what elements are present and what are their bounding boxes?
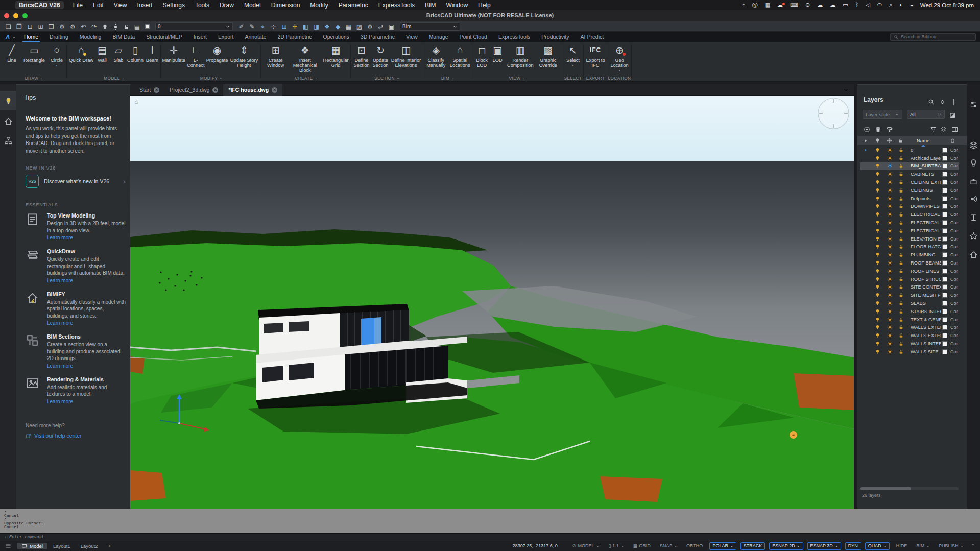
toolbar-icon[interactable]: ⚙ bbox=[67, 22, 78, 31]
layer-row[interactable]: ROOF BEAMS Continuous bbox=[857, 259, 967, 267]
layer-thaw-icon[interactable] bbox=[887, 301, 893, 306]
layer-linetype[interactable]: Continuous bbox=[950, 325, 958, 330]
ribbon-button[interactable]: ⊡ Define Section bbox=[352, 43, 371, 68]
layer-linetype[interactable]: Continuous bbox=[950, 244, 958, 249]
layer-thaw-icon[interactable] bbox=[887, 212, 893, 218]
menu-item[interactable]: View bbox=[109, 2, 132, 9]
toolbar-icon[interactable]: ↷ bbox=[89, 22, 100, 31]
layer-color-swatch[interactable] bbox=[942, 180, 947, 185]
layer-name[interactable]: WALLS SITE bbox=[911, 349, 941, 354]
layer-name[interactable]: WALLS INTER bbox=[911, 341, 941, 346]
layer-name[interactable]: ELECTRICAL C bbox=[911, 212, 941, 217]
layer-unlock-icon[interactable] bbox=[898, 236, 904, 242]
layer-unlock-icon[interactable] bbox=[898, 155, 904, 161]
layer-thaw-icon[interactable] bbox=[887, 228, 893, 233]
layer-color-swatch[interactable] bbox=[942, 228, 947, 233]
toolbar-icon[interactable] bbox=[100, 22, 110, 31]
menubar-status-icon[interactable]: ⌨ bbox=[786, 2, 802, 9]
layer-thaw-icon[interactable] bbox=[887, 333, 893, 339]
menu-item[interactable]: BIM bbox=[420, 2, 441, 9]
layer-unlock-icon[interactable] bbox=[898, 196, 904, 201]
menubar-status-icon[interactable]: ◁ bbox=[862, 2, 873, 9]
layer-settings-icon[interactable] bbox=[951, 125, 958, 134]
layer-unlock-icon[interactable] bbox=[898, 341, 904, 347]
layer-name[interactable]: ROOF LINES bbox=[911, 269, 941, 274]
layer-unlock-icon[interactable] bbox=[898, 252, 904, 258]
layer-name[interactable]: SLABS bbox=[911, 301, 941, 306]
ribbon-tab[interactable]: 2D Parametric bbox=[272, 32, 317, 42]
layer-color-swatch[interactable] bbox=[942, 269, 947, 274]
ribbon-button[interactable]: ▭ Rectangle bbox=[23, 43, 45, 63]
ribbon-button[interactable]: ∟ L-Connect bbox=[185, 43, 206, 68]
toolbar-icon[interactable]: ◨ bbox=[311, 22, 322, 31]
layer-color-swatch[interactable] bbox=[942, 277, 947, 282]
layout-tab[interactable]: Layout2 bbox=[77, 543, 102, 549]
ribbon-tab[interactable]: Manage bbox=[423, 32, 454, 42]
layer-color-swatch[interactable] bbox=[942, 252, 947, 257]
layer-row[interactable]: SITE CONTEXT Continuous bbox=[857, 283, 967, 292]
layer-name[interactable]: WALLS EXTER bbox=[911, 325, 941, 330]
command-input[interactable]: : Enter command bbox=[0, 533, 980, 541]
layer-linetype[interactable]: Continuous bbox=[950, 148, 958, 153]
menu-item[interactable]: Help bbox=[473, 2, 496, 9]
layer-name[interactable]: CABINETS bbox=[911, 172, 941, 177]
layer-color-swatch[interactable] bbox=[942, 309, 947, 314]
layer-color-swatch[interactable] bbox=[942, 236, 947, 242]
layer-color-swatch[interactable] bbox=[145, 24, 150, 29]
ribbon-tab[interactable]: Home bbox=[18, 32, 44, 42]
invert-filter-icon[interactable] bbox=[949, 111, 956, 120]
toolbar-icon[interactable]: ⊟ bbox=[25, 22, 35, 31]
toolbar-icon[interactable]: ✐ bbox=[236, 22, 247, 31]
app-menu-name[interactable]: BricsCAD V26 bbox=[15, 1, 64, 9]
layer-color-swatch[interactable] bbox=[942, 244, 947, 249]
structure-panel-icon[interactable] bbox=[0, 131, 16, 150]
layer-linetype[interactable]: Continuous bbox=[950, 220, 958, 225]
layer-row[interactable]: SITE MESH F Continuous bbox=[857, 291, 967, 299]
ribbon-tab[interactable]: BIM Data bbox=[107, 32, 140, 42]
layer-row[interactable]: WALLS EXTER Continuous bbox=[857, 324, 967, 332]
layer-unlock-icon[interactable] bbox=[898, 317, 904, 322]
layer-on-icon[interactable] bbox=[875, 212, 880, 218]
menubar-status-icon[interactable]: ☁ bbox=[774, 2, 786, 9]
status-toggle[interactable]: ⊘ MODEL ⌄ bbox=[570, 542, 602, 550]
layer-unlock-icon[interactable] bbox=[898, 228, 904, 233]
layer-name[interactable]: ELECTRICAL T bbox=[911, 220, 941, 225]
layer-thaw-icon[interactable] bbox=[887, 260, 893, 266]
document-tab[interactable]: *IFC house.dwg ✕ bbox=[223, 84, 282, 96]
menubar-status-icon[interactable]: ◔ bbox=[738, 2, 749, 9]
toolbar-icon[interactable]: ⇄ bbox=[375, 22, 386, 31]
menubar-status-icon[interactable]: ◐ bbox=[896, 2, 906, 9]
layer-name[interactable]: Defpoints bbox=[911, 196, 941, 201]
layer-row[interactable]: FLOOR HATCH Continuous bbox=[857, 243, 967, 251]
status-toggle[interactable]: ORTHO ⌄ bbox=[684, 542, 705, 550]
ribbon-button[interactable]: ↖ Select▾ bbox=[565, 43, 581, 67]
menu-item[interactable]: Insert bbox=[132, 2, 158, 9]
layer-on-icon[interactable] bbox=[875, 308, 880, 314]
layer-on-icon[interactable] bbox=[875, 333, 880, 339]
toolbar-icon[interactable]: ◧ bbox=[300, 22, 311, 31]
status-toggle[interactable]: DYN ⌄ bbox=[845, 542, 861, 550]
layer-linetype[interactable]: Continuous bbox=[950, 333, 958, 338]
layer-on-icon[interactable] bbox=[875, 284, 880, 290]
layer-row[interactable]: ROOF LINES Continuous bbox=[857, 267, 967, 275]
layer-name[interactable]: STAIRS INTER bbox=[911, 309, 941, 314]
layer-linetype[interactable]: Continuous bbox=[950, 236, 958, 242]
toolbar-icon[interactable] bbox=[110, 22, 121, 31]
layer-thaw-icon[interactable] bbox=[887, 155, 893, 161]
menubar-status-icon[interactable]: ⊙ bbox=[802, 2, 814, 9]
ribbon-button[interactable]: ○ Circle▾ bbox=[49, 43, 64, 67]
layer-thaw-icon[interactable] bbox=[887, 236, 893, 242]
ribbon-button[interactable]: ▦ Rectangular Grid bbox=[321, 43, 350, 68]
layer-state-dropdown[interactable]: Layer state bbox=[863, 110, 902, 119]
layer-unlock-icon[interactable] bbox=[898, 187, 904, 193]
close-tab-icon[interactable]: ✕ bbox=[272, 87, 277, 93]
ribbon-tab[interactable]: Drafting bbox=[44, 32, 74, 42]
layer-color-swatch[interactable] bbox=[942, 349, 947, 354]
layer-on-icon[interactable] bbox=[875, 349, 880, 354]
layer-unlock-icon[interactable] bbox=[898, 349, 904, 354]
layer-row[interactable]: ELECTRICAL C Continuous bbox=[857, 210, 967, 219]
layer-unlock-icon[interactable] bbox=[898, 220, 904, 226]
ribbon-button[interactable]: ⊞ Create Window bbox=[262, 43, 289, 68]
ribbon-button[interactable]: ⌂ Quick Draw bbox=[69, 43, 93, 63]
layer-thaw-icon[interactable] bbox=[887, 349, 893, 354]
